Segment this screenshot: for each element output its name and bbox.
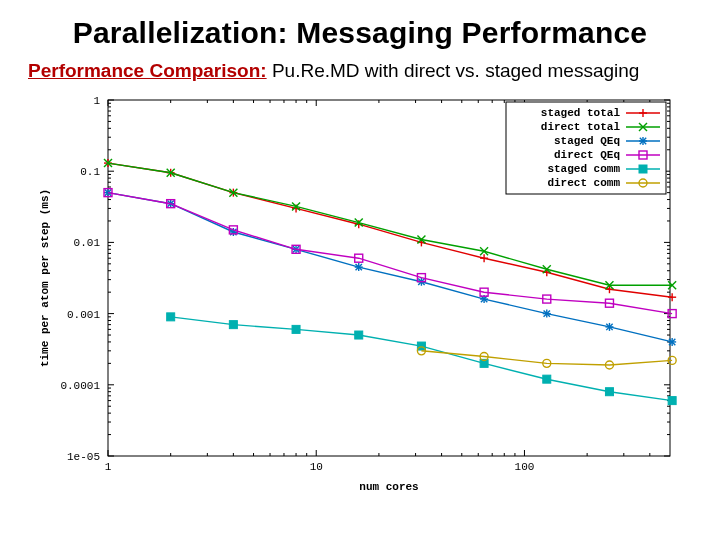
slide-subtitle: Performance Comparison: Pu.Re.MD with di… bbox=[28, 60, 692, 82]
svg-rect-245 bbox=[605, 388, 613, 396]
svg-text:0.1: 0.1 bbox=[80, 166, 100, 178]
svg-text:0.001: 0.001 bbox=[67, 309, 100, 321]
svg-rect-238 bbox=[167, 313, 175, 321]
svg-text:staged comm: staged comm bbox=[547, 163, 620, 175]
chart-legend: staged totaldirect totalstaged QEqdirect… bbox=[506, 102, 666, 194]
chart-container: 10.10.010.0010.00011e-05110100time per a… bbox=[30, 88, 690, 498]
svg-text:direct total: direct total bbox=[541, 121, 621, 133]
svg-rect-246 bbox=[668, 397, 676, 405]
svg-text:0.01: 0.01 bbox=[74, 237, 101, 249]
svg-text:1: 1 bbox=[105, 461, 112, 473]
series-direct-QEq bbox=[104, 189, 676, 318]
series-staged-comm bbox=[167, 313, 676, 405]
svg-text:direct comm: direct comm bbox=[547, 177, 620, 189]
slide-title: Parallelization: Messaging Performance bbox=[28, 16, 692, 50]
svg-text:num cores: num cores bbox=[359, 481, 418, 493]
performance-chart: 10.10.010.0010.00011e-05110100time per a… bbox=[30, 88, 690, 498]
svg-rect-244 bbox=[543, 375, 551, 383]
svg-rect-272 bbox=[639, 165, 647, 173]
subtitle-leadin: Performance Comparison: bbox=[28, 60, 267, 81]
series-direct-comm bbox=[417, 347, 676, 369]
svg-text:0.0001: 0.0001 bbox=[60, 380, 100, 392]
svg-text:10: 10 bbox=[310, 461, 323, 473]
svg-text:staged QEq: staged QEq bbox=[554, 135, 620, 147]
svg-text:100: 100 bbox=[515, 461, 535, 473]
svg-rect-239 bbox=[229, 321, 237, 329]
svg-text:staged total: staged total bbox=[541, 107, 621, 119]
svg-text:1e-05: 1e-05 bbox=[67, 451, 100, 463]
subtitle-rest: Pu.Re.MD with direct vs. staged messagin… bbox=[267, 60, 640, 81]
svg-rect-240 bbox=[292, 325, 300, 333]
svg-text:1: 1 bbox=[93, 95, 100, 107]
svg-text:time per atom per step (ms): time per atom per step (ms) bbox=[39, 189, 51, 367]
svg-text:direct QEq: direct QEq bbox=[554, 149, 620, 161]
svg-rect-241 bbox=[355, 331, 363, 339]
